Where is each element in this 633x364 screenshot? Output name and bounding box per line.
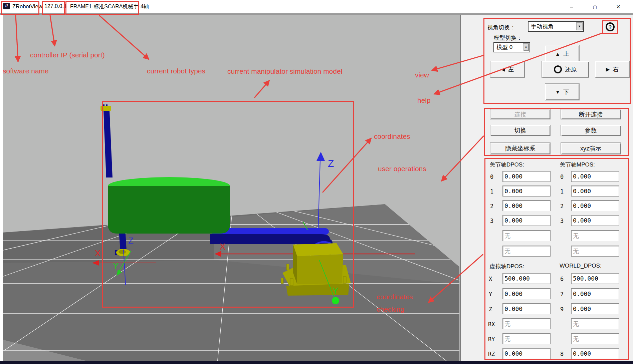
label-coordinates-checking-line1: coordinates bbox=[377, 291, 413, 303]
title-separator-1: - bbox=[40, 3, 42, 10]
label-view: view bbox=[415, 69, 429, 81]
window-bottom-edge bbox=[0, 361, 633, 364]
label-software-name: software name bbox=[3, 65, 49, 77]
annotation-box-robot-type bbox=[65, 1, 139, 15]
label-user-operations: user operations bbox=[378, 162, 426, 175]
annotation-box-help bbox=[602, 20, 618, 34]
label-coordinates-checking: coordinates checking bbox=[377, 291, 413, 315]
label-sim-model: current manipulator simulation model bbox=[227, 65, 342, 77]
tool-x-axis-label: X bbox=[95, 248, 100, 258]
annotation-box-ip bbox=[42, 1, 65, 15]
close-button[interactable]: ✕ bbox=[610, 1, 626, 13]
label-coordinates: coordinates bbox=[374, 130, 410, 142]
label-coordinates-checking-line2: checking bbox=[377, 303, 413, 315]
annotation-box-operations bbox=[484, 108, 629, 156]
annotation-box-coordinates bbox=[484, 158, 629, 360]
annotation-box-software-name bbox=[1, 1, 39, 15]
label-robot-types: current robot types bbox=[147, 65, 205, 77]
zrobotview-window: R ZRobotView - 127.0.0.1 - FRAME1-标准SCAR… bbox=[0, 0, 633, 364]
annotation-box-robot-model bbox=[102, 101, 354, 308]
label-help: help bbox=[417, 94, 431, 106]
panel-divider bbox=[460, 15, 461, 361]
label-controller-ip: controller IP (serial port) bbox=[30, 49, 105, 61]
minimize-button[interactable]: – bbox=[564, 1, 580, 13]
maximize-button[interactable]: ▢ bbox=[587, 1, 603, 13]
